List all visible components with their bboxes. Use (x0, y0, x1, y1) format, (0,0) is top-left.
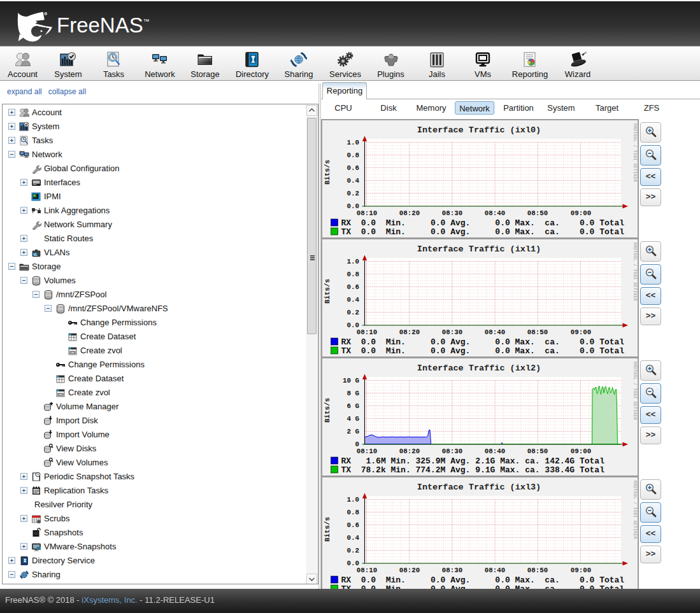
svg-text:08:30: 08:30 (442, 209, 462, 217)
svg-text:4 G: 4 G (347, 415, 359, 423)
svg-text:VL: VL (34, 253, 38, 257)
svg-text:Interface Traffic (ixl1): Interface Traffic (ixl1) (417, 244, 541, 254)
svg-text:08:10: 08:10 (357, 567, 377, 574)
svg-text:0.8: 0.8 (347, 271, 359, 278)
svg-text:08:10: 08:10 (357, 328, 377, 336)
svg-text:08:10: 08:10 (357, 209, 377, 217)
svg-text:08:50: 08:50 (527, 567, 548, 574)
svg-text:08:40: 08:40 (485, 209, 505, 217)
svg-text:08:20: 08:20 (399, 328, 420, 336)
svg-text:Interface Traffic (ixl3): Interface Traffic (ixl3) (417, 483, 541, 492)
svg-text:08:20: 08:20 (399, 209, 420, 217)
svg-text:08:10: 08:10 (357, 447, 377, 455)
svg-text:Interface Traffic (ixl0): Interface Traffic (ixl0) (417, 125, 541, 135)
svg-text:0.4: 0.4 (347, 534, 360, 542)
svg-text:08:30: 08:30 (442, 567, 462, 574)
svg-text:08:50: 08:50 (527, 328, 548, 336)
svg-text:0.6: 0.6 (347, 164, 359, 172)
svg-text:Bits/s: Bits/s (324, 160, 331, 185)
svg-text:09:00: 09:00 (571, 567, 591, 574)
svg-text:0.2: 0.2 (347, 190, 359, 197)
svg-text:2 G: 2 G (347, 428, 359, 435)
svg-text:1.0: 1.0 (347, 258, 359, 265)
svg-text:08:50: 08:50 (527, 447, 548, 455)
svg-text:RRDTOOL / TOBI OETIKER: RRDTOOL / TOBI OETIKER (632, 481, 637, 539)
svg-text:08:50: 08:50 (527, 209, 548, 217)
svg-text:10 G: 10 G (343, 377, 359, 384)
svg-text:TX 0.0 Min. 0.0 Avg.: TX 0.0 Min. 0.0 Avg. 0.0 Max. ca. 0.0 To… (341, 584, 625, 589)
svg-text:8 G: 8 G (347, 390, 359, 397)
svg-text:08:20: 08:20 (399, 447, 420, 455)
svg-text:0.2: 0.2 (347, 547, 359, 554)
svg-text:09:00: 09:00 (571, 447, 591, 455)
svg-text:TX 0.0 Min. 0.0 Avg.: TX 0.0 Min. 0.0 Avg. 0.0 Max. ca. 0.0 To… (341, 227, 625, 237)
svg-text:RX 0.0 Min. 0.0 Avg.: RX 0.0 Min. 0.0 Avg. 0.0 Max. ca. 0.0 To… (341, 337, 625, 347)
svg-text:08:40: 08:40 (485, 328, 505, 336)
svg-text:0.4: 0.4 (347, 177, 360, 185)
svg-text:08:30: 08:30 (442, 328, 462, 336)
svg-text:0.6: 0.6 (347, 283, 359, 291)
svg-text:Bits/s: Bits/s (324, 398, 331, 423)
svg-text:08:20: 08:20 (399, 567, 420, 574)
svg-text:1.0: 1.0 (347, 139, 359, 146)
svg-text:08:40: 08:40 (485, 567, 505, 574)
svg-text:RRDTOOL / TOBI OETIKER: RRDTOOL / TOBI OETIKER (632, 123, 637, 182)
svg-text:1.0: 1.0 (347, 496, 359, 504)
svg-text:08:40: 08:40 (485, 447, 505, 455)
svg-text:09:00: 09:00 (571, 328, 591, 336)
svg-text:0.8: 0.8 (347, 509, 359, 516)
svg-text:09:00: 09:00 (571, 209, 591, 217)
svg-text:TX 78.2k Min. 774.2M Avg. 9.1: TX 78.2k Min. 774.2M Avg. 9.1G Max. ca. … (341, 465, 605, 475)
svg-text:Bits/s: Bits/s (324, 517, 331, 542)
svg-text:TX 0.0 Min. 0.0 Avg.: TX 0.0 Min. 0.0 Avg. 0.0 Max. ca. 0.0 To… (341, 346, 625, 356)
svg-text:Bits/s: Bits/s (324, 279, 331, 304)
svg-text:0.8: 0.8 (347, 151, 359, 159)
svg-text:0.6: 0.6 (347, 521, 359, 529)
svg-text:0.4: 0.4 (347, 296, 360, 304)
svg-text:6 G: 6 G (347, 402, 359, 410)
svg-text:RRDTOOL / TOBI OETIKER: RRDTOOL / TOBI OETIKER (632, 362, 637, 420)
svg-text:Interface Traffic (ixl2): Interface Traffic (ixl2) (417, 363, 541, 373)
svg-text:08:30: 08:30 (442, 447, 462, 455)
svg-text:RX 0.0 Min. 0.0 Avg.: RX 0.0 Min. 0.0 Avg. 0.0 Max. ca. 0.0 To… (341, 218, 625, 228)
svg-text:RX 1.6M Min. 325.9M Avg. 2.1: RX 1.6M Min. 325.9M Avg. 2.1G Max. ca. 1… (341, 456, 605, 466)
svg-text:0.2: 0.2 (347, 309, 359, 316)
svg-text:RRDTOOL / TOBI OETIKER: RRDTOOL / TOBI OETIKER (632, 243, 637, 301)
svg-text:RX 0.0 Min. 0.0 Avg.: RX 0.0 Min. 0.0 Avg. 0.0 Max. ca. 0.0 To… (341, 575, 625, 585)
